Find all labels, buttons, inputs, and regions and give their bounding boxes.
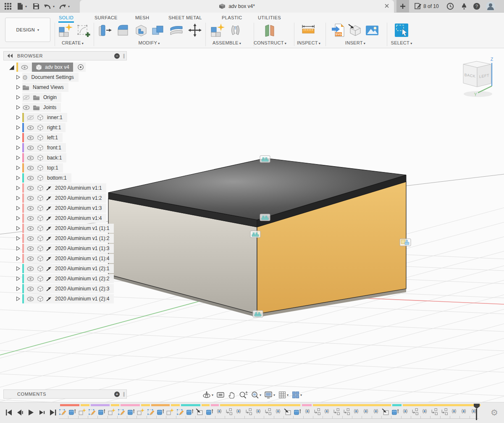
expand-arrow-icon[interactable]	[15, 94, 21, 100]
help-icon[interactable]: ?	[473, 3, 480, 10]
visibility-eye-icon[interactable]	[26, 256, 34, 261]
expand-arrow-icon[interactable]	[15, 155, 21, 161]
measure-icon[interactable]	[301, 23, 316, 38]
timeline-feature-newcomponent[interactable]	[137, 408, 145, 415]
browser-item-2020-aluminium-v1-2-1[interactable]: 2020 Aluminium v1 (2):1	[15, 264, 114, 274]
browser-item-2020-aluminium-v1-1-1[interactable]: 2020 Aluminium v1 (1):1	[15, 223, 114, 233]
tab-surface[interactable]: SURFACE	[94, 14, 118, 21]
construct-plane-icon[interactable]	[262, 23, 277, 38]
split-body-icon[interactable]	[169, 23, 184, 38]
root-selected-chip[interactable]: adv box v4	[32, 63, 73, 72]
design-workspace-dropdown[interactable]: DESIGN▾	[5, 18, 50, 42]
visibility-eye-icon[interactable]	[26, 246, 34, 251]
expand-arrow-icon[interactable]	[15, 276, 21, 282]
comments-resize-grip[interactable]: ∥	[123, 392, 126, 397]
visibility-eye-off-icon[interactable]	[26, 115, 34, 120]
joint-glyph-top[interactable]	[260, 156, 270, 162]
timeline-feature-insert[interactable]	[284, 408, 292, 415]
timeline-feature-joint[interactable]	[460, 408, 468, 415]
visibility-eye-icon[interactable]	[26, 165, 34, 171]
timeline-feature-extrude[interactable]	[68, 408, 77, 415]
group-insert[interactable]: INSERT▾	[345, 40, 365, 45]
visibility-eye-icon[interactable]	[26, 196, 34, 201]
timeline-feature-pattern[interactable]	[411, 408, 420, 415]
zoom-tool[interactable]	[239, 391, 248, 399]
group-modify[interactable]: MODIFY▾	[139, 40, 160, 45]
visibility-eye-icon[interactable]	[22, 105, 30, 110]
timeline-feature-joint[interactable]	[274, 408, 283, 415]
timeline-feature-pattern[interactable]	[441, 408, 449, 415]
assemble-new-component-icon[interactable]	[210, 23, 225, 38]
tab-plastic[interactable]: PLASTIC	[221, 14, 243, 21]
grid-display-tool[interactable]: ▾	[278, 391, 289, 399]
visibility-eye-icon[interactable]	[26, 266, 34, 272]
timeline-feature-joint[interactable]	[304, 408, 312, 415]
tab-solid[interactable]: SOLID	[58, 14, 74, 23]
browser-panel-header[interactable]: BROWSER − ∥	[3, 51, 127, 60]
joint-glyph-right[interactable]	[400, 239, 411, 246]
visibility-eye-icon[interactable]	[26, 145, 34, 151]
shell-icon[interactable]	[134, 23, 149, 38]
timeline-feature-joint[interactable]	[372, 408, 381, 415]
browser-item-named-views[interactable]: Named Views	[15, 82, 68, 92]
group-assemble[interactable]: ASSEMBLE▾	[213, 40, 241, 45]
visibility-eye-icon[interactable]	[26, 125, 34, 131]
browser-item-joints[interactable]: Joints	[15, 102, 61, 112]
timeline-feature-extrude[interactable]	[157, 408, 165, 415]
redo-caret[interactable]: ▾	[68, 5, 70, 8]
create-sketch-icon[interactable]	[76, 23, 91, 38]
document-counter[interactable]: 8 of 10	[414, 3, 439, 10]
timeline-feature-pattern[interactable]	[430, 408, 439, 415]
tab-sheet-metal[interactable]: SHEET METAL	[168, 14, 202, 21]
insert-svg-icon[interactable]: SVG	[331, 23, 346, 38]
timeline-feature-extrude[interactable]	[98, 408, 106, 415]
timeline-feature-extrude[interactable]	[294, 408, 302, 415]
viewports-tool[interactable]: ▾	[291, 391, 302, 399]
browser-item-2020-aluminium-v1-1[interactable]: 2020 Aluminium v1:1	[15, 183, 106, 193]
expand-arrow-icon[interactable]	[15, 175, 21, 181]
browser-item-document-settings[interactable]: ⚙Document Settings	[15, 72, 79, 82]
browser-root-item[interactable]: adv box v4	[8, 62, 86, 72]
visibility-eye-icon[interactable]	[26, 175, 34, 181]
visibility-eye-off-icon[interactable]	[22, 95, 30, 100]
visibility-eye-icon[interactable]	[26, 226, 34, 231]
visibility-eye-icon[interactable]	[21, 65, 29, 70]
orbit-tool[interactable]: ▾	[202, 391, 213, 399]
expand-arrow-icon[interactable]	[15, 245, 21, 251]
visibility-eye-icon[interactable]	[26, 216, 34, 221]
view-cube[interactable]: BACK LEFT Z Y	[463, 57, 493, 97]
timeline-feature-sketch[interactable]	[118, 408, 126, 415]
expand-arrow-icon[interactable]	[15, 296, 21, 302]
browser-item-2020-aluminium-v1-2-4[interactable]: 2020 Aluminium v1 (2):4	[15, 294, 114, 304]
look-at-tool[interactable]	[216, 391, 225, 399]
timeline-feature-pattern[interactable]	[313, 408, 322, 415]
app-grid-icon[interactable]	[4, 3, 12, 10]
timeline-feature-extrude[interactable]	[391, 408, 400, 415]
tab-mesh[interactable]: MESH	[135, 14, 150, 21]
timeline-feature-sketch[interactable]	[147, 408, 155, 415]
collapse-panel-icon[interactable]	[7, 54, 14, 58]
comments-panel-header[interactable]: COMMENTS + ∥	[3, 389, 127, 399]
expand-arrow-icon[interactable]	[15, 115, 21, 120]
group-inspect[interactable]: INSPECT▾	[297, 40, 320, 45]
insert-canvas-icon[interactable]	[365, 23, 380, 38]
timeline-feature-joint[interactable]	[323, 408, 331, 415]
browser-item-top-1[interactable]: top:1	[15, 163, 63, 173]
joint-glyph-bottom[interactable]	[253, 311, 263, 317]
comments-add-icon[interactable]: +	[114, 392, 120, 397]
group-select[interactable]: SELECT▾	[391, 40, 412, 45]
timeline-feature-joint[interactable]	[450, 408, 459, 415]
insert-mesh-icon[interactable]	[348, 23, 363, 38]
timeline-feature-sketch[interactable]	[59, 408, 67, 415]
new-tab-button[interactable]	[396, 0, 409, 13]
browser-item-front-1[interactable]: front:1	[15, 143, 66, 153]
file-menu-caret[interactable]: ▾	[25, 5, 27, 8]
tab-close-icon[interactable]	[384, 3, 390, 9]
browser-item-2020-aluminium-v1-4[interactable]: 2020 Aluminium v1:4	[15, 213, 106, 223]
timeline-feature-joint[interactable]	[362, 408, 370, 415]
pan-tool[interactable]	[228, 391, 236, 399]
visibility-eye-icon[interactable]	[26, 276, 34, 282]
joint-glyph-front-corner[interactable]	[250, 231, 260, 238]
combine-icon[interactable]	[150, 23, 165, 38]
browser-item-2020-aluminium-v1-3[interactable]: 2020 Aluminium v1:3	[15, 203, 106, 213]
